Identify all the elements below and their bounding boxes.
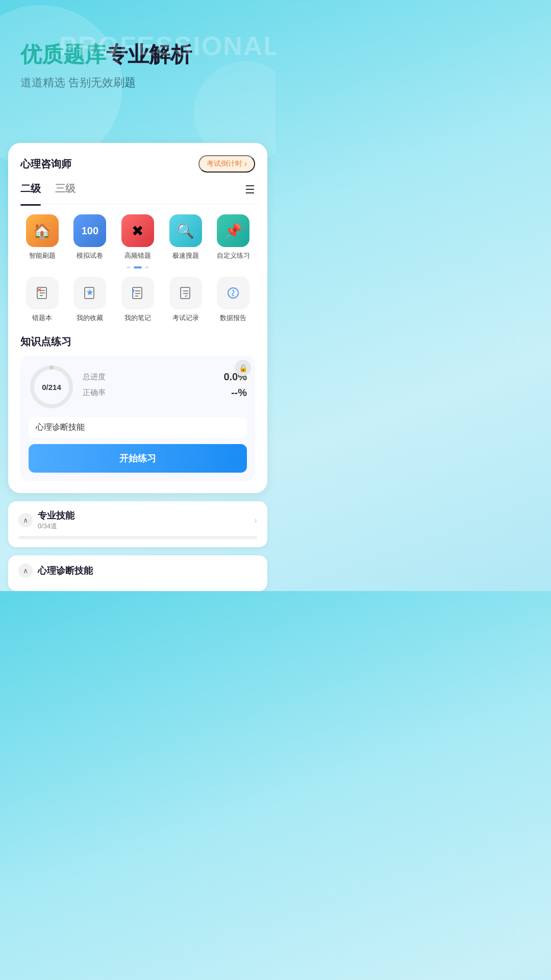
svg-point-19: [233, 290, 234, 291]
my-notes-label: 我的笔记: [124, 313, 151, 323]
stat-row-total: 总进度 0.0%: [83, 371, 247, 383]
svg-rect-8: [133, 287, 142, 299]
scroll-dots: [20, 266, 255, 268]
dot-2: [134, 266, 142, 268]
stat-row-accuracy: 正确率 --%: [83, 387, 247, 399]
function-grid: 🏠 智能刷题 100 模拟试卷 ✖ 高频错题 🔍 极速搜题 📌: [20, 214, 255, 260]
bottom-section: ∧ 专业技能 0/34道 ›: [8, 501, 267, 547]
skill-card-professional: ∧ 专业技能 0/34道 ›: [8, 501, 267, 547]
mock-exam-icon-wrap: 100: [73, 214, 106, 247]
skill-title: 专业技能: [38, 509, 74, 522]
total-progress-label: 总进度: [83, 372, 106, 382]
knowledge-stats: 总进度 0.0% 正确率 --%: [83, 371, 247, 403]
card-header: 心理咨询师 考试倒计时: [20, 155, 255, 173]
smart-practice-label: 智能刷题: [29, 251, 56, 260]
tool-my-favorites[interactable]: 我的收藏: [68, 277, 112, 323]
accuracy-value: --%: [231, 387, 247, 399]
skill-progress-text: 0/34道: [38, 522, 74, 531]
collapse-button[interactable]: ∧: [18, 513, 33, 527]
my-notes-icon: [131, 286, 145, 300]
custom-practice-label: 自定义练习: [217, 251, 250, 260]
search-icon: 🔍: [177, 223, 194, 239]
start-practice-button[interactable]: 开始练习: [29, 444, 247, 473]
custom-practice-icon: 📌: [224, 223, 242, 239]
tool-wrong-notebook[interactable]: 错题本: [20, 277, 64, 323]
tool-grid: 错题本 我的收藏 我的笔记: [20, 277, 255, 323]
func-custom-practice[interactable]: 📌 自定义练习: [211, 214, 255, 260]
hero-section: PROFESSIONAL 优质题库专业解析 道道精选 告别无效刷题: [0, 0, 276, 138]
wrong-questions-icon-wrap: ✖: [121, 214, 154, 247]
partial-skill-card: ∧ 心理诊断技能: [8, 555, 267, 591]
func-smart-practice[interactable]: 🏠 智能刷题: [20, 214, 64, 260]
exam-countdown-button[interactable]: 考试倒计时: [198, 155, 255, 173]
progress-circle: 0/214: [29, 364, 74, 410]
exam-records-label: 考试记录: [172, 313, 199, 323]
knowledge-name: 心理诊断技能: [29, 417, 247, 438]
mock-exam-label: 模拟试卷: [77, 251, 103, 260]
wrong-questions-icon: ✖: [132, 223, 143, 239]
tab-level2[interactable]: 二级: [20, 182, 41, 198]
search-icon-wrap: 🔍: [169, 214, 202, 247]
my-favorites-label: 我的收藏: [77, 313, 103, 323]
smart-practice-icon-wrap: 🏠: [26, 214, 59, 247]
svg-rect-12: [132, 289, 134, 292]
svg-marker-7: [87, 289, 93, 295]
chevron-right-icon[interactable]: ›: [254, 515, 257, 526]
data-report-label: 数据报告: [220, 313, 246, 323]
data-report-icon-wrap: [217, 277, 249, 309]
tool-data-report[interactable]: 数据报告: [211, 277, 255, 323]
custom-practice-icon-wrap: 📌: [217, 214, 249, 247]
partial-collapse-button[interactable]: ∧: [18, 564, 33, 578]
data-report-icon: [226, 286, 240, 300]
tool-exam-records[interactable]: 考试记录: [164, 277, 208, 323]
progress-bar-wrap: [18, 536, 257, 539]
partial-card-left: ∧ 心理诊断技能: [18, 564, 93, 578]
wrong-notebook-icon: [35, 286, 49, 300]
menu-icon[interactable]: ☰: [245, 183, 255, 197]
my-notes-icon-wrap: [121, 277, 154, 309]
progress-label: 0/214: [42, 383, 61, 391]
knowledge-card-top: 0/214 总进度 0.0% 正确率 --%: [29, 364, 247, 410]
knowledge-card: 🔒 0/214 总进度 0.0% 正确率: [20, 356, 255, 481]
tool-my-notes[interactable]: 我的笔记: [116, 277, 160, 323]
lock-icon: 🔒: [235, 360, 251, 376]
exam-records-icon: [179, 286, 193, 300]
mock-exam-icon: 100: [82, 225, 98, 237]
dot-1: [127, 266, 131, 268]
skill-card-left: ∧ 专业技能 0/34道: [18, 509, 74, 531]
my-favorites-icon-wrap: [73, 277, 106, 309]
main-card: 心理咨询师 考试倒计时 二级 三级 ☰ 🏠 智能刷题 100 模拟试卷 ✖ 高频…: [8, 143, 267, 493]
partial-card-header: ∧ 心理诊断技能: [18, 564, 257, 578]
partial-skill-title: 心理诊断技能: [38, 565, 93, 577]
card-title: 心理咨询师: [20, 157, 71, 171]
search-label: 极速搜题: [172, 251, 199, 260]
my-favorites-icon: [83, 286, 97, 300]
accuracy-label: 正确率: [83, 388, 106, 398]
skill-card-header: ∧ 专业技能 0/34道 ›: [18, 509, 257, 531]
wrong-questions-label: 高频错题: [124, 251, 151, 260]
knowledge-section-title: 知识点练习: [20, 335, 255, 349]
func-search[interactable]: 🔍 极速搜题: [164, 214, 208, 260]
func-mock-exam[interactable]: 100 模拟试卷: [68, 214, 112, 260]
wrong-notebook-label: 错题本: [32, 313, 52, 323]
svg-point-20: [233, 295, 234, 297]
func-wrong-questions[interactable]: ✖ 高频错题: [116, 214, 160, 260]
dot-3: [145, 266, 149, 268]
exam-records-icon-wrap: [169, 277, 202, 309]
tabs-container: 二级 三级 ☰: [20, 182, 255, 204]
tab-level3[interactable]: 三级: [55, 182, 76, 198]
smart-practice-icon: 🏠: [33, 223, 51, 239]
wrong-notebook-icon-wrap: [26, 277, 59, 309]
